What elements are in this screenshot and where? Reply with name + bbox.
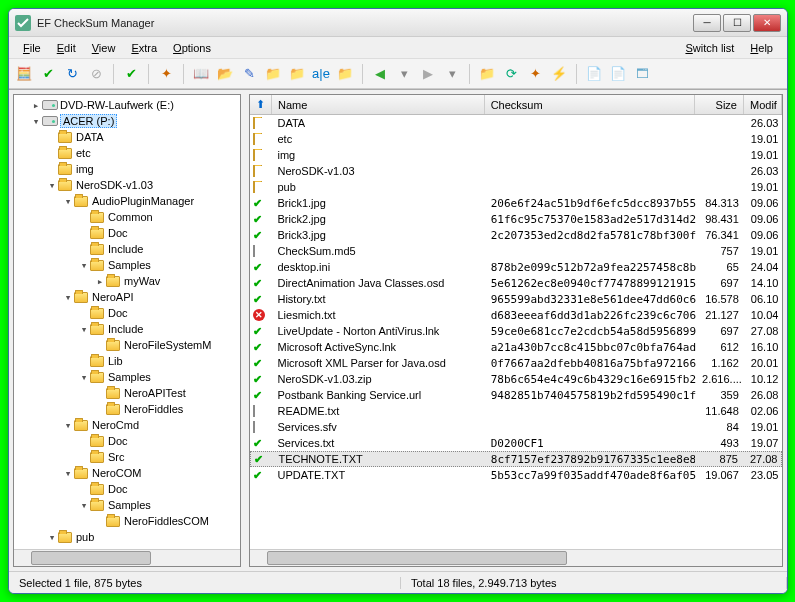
tree-twisty-icon[interactable]: ▾ <box>30 115 42 128</box>
tree-item[interactable]: Doc <box>16 433 238 449</box>
folder-x-icon[interactable]: 📁 <box>334 63 356 85</box>
fwd-drop-icon[interactable]: ▾ <box>441 63 463 85</box>
tree-item[interactable]: ▸DVD-RW-Laufwerk (E:) <box>16 97 238 113</box>
column-name[interactable]: Name <box>272 95 485 114</box>
menu-options[interactable]: Options <box>165 40 219 56</box>
file-row[interactable]: ✔desktop.ini878b2e099c512b72a9fea2257458… <box>250 259 782 275</box>
file-row[interactable]: ✔Brick1.jpg206e6f24ac51b9df6efc5dcc8937b… <box>250 195 782 211</box>
menu-switch-list[interactable]: Switch list <box>677 40 742 56</box>
back-drop-icon[interactable]: ▾ <box>393 63 415 85</box>
file-row[interactable]: ✕Liesmich.txtd683eeeaf6dd3d1ab226fc239c6… <box>250 307 782 323</box>
tree-twisty-icon[interactable]: ▸ <box>30 99 42 112</box>
minimize-button[interactable]: ─ <box>693 14 721 32</box>
menu-extra[interactable]: Extra <box>123 40 165 56</box>
folder-add-icon[interactable]: 📁 <box>262 63 284 85</box>
tree-item[interactable]: ▾NeroCOM <box>16 465 238 481</box>
close-button[interactable]: ✕ <box>753 14 781 32</box>
file-row[interactable]: ✔LiveUpdate - Norton AntiVirus.lnk59ce0e… <box>250 323 782 339</box>
tree-item[interactable]: ▾AudioPluginManager <box>16 193 238 209</box>
file-row[interactable]: DATA26.03 <box>250 115 782 131</box>
file-row[interactable]: ✔Brick2.jpg61f6c95c75370e1583ad2e517d314… <box>250 211 782 227</box>
tree-twisty-icon[interactable]: ▸ <box>94 275 106 288</box>
tree-item[interactable]: ▾Samples <box>16 497 238 513</box>
tree-item[interactable]: ▾Samples <box>16 369 238 385</box>
tree-twisty-icon[interactable]: ▾ <box>62 419 74 432</box>
list-scrollbar[interactable] <box>250 549 782 566</box>
tree-twisty-icon[interactable]: ▾ <box>46 531 58 544</box>
tree-item[interactable]: img <box>16 161 238 177</box>
tree-twisty-icon[interactable]: ▾ <box>78 259 90 272</box>
props-icon[interactable]: 🗔 <box>631 63 653 85</box>
column-up[interactable]: ⬆ <box>250 95 272 114</box>
file-list[interactable]: DATA26.03etc19.01img19.01NeroSDK-v1.0326… <box>250 115 782 549</box>
file-row[interactable]: img19.01 <box>250 147 782 163</box>
folder-tree[interactable]: ▸DVD-RW-Laufwerk (E:)▾ACER (P:)DATAetcim… <box>14 95 240 549</box>
explorer-icon[interactable]: 📁 <box>476 63 498 85</box>
file-row[interactable]: ✔NeroSDK-v1.03.zip78b6c654e4c49c6b4329c1… <box>250 371 782 387</box>
tree-twisty-icon[interactable]: ▾ <box>62 291 74 304</box>
tree-twisty-icon[interactable]: ▾ <box>78 323 90 336</box>
file-row[interactable]: etc19.01 <box>250 131 782 147</box>
file-row[interactable]: CheckSum.md575719.01 <box>250 243 782 259</box>
tree-item[interactable]: Doc <box>16 305 238 321</box>
file-row[interactable]: ✔Postbank Banking Service.url9482851b740… <box>250 387 782 403</box>
refresh2-icon[interactable]: ⟳ <box>500 63 522 85</box>
file-row[interactable]: ✔Services.txtD0200CF149319.07 <box>250 435 782 451</box>
stop-icon[interactable]: ⊘ <box>85 63 107 85</box>
back-icon[interactable]: ◀ <box>369 63 391 85</box>
tree-twisty-icon[interactable]: ▾ <box>46 179 58 192</box>
tree-item[interactable]: Common <box>16 209 238 225</box>
edit-icon[interactable]: ✎ <box>238 63 260 85</box>
tree-item[interactable]: NeroFiddles <box>16 401 238 417</box>
file-row[interactable]: README.txt11.64802.06 <box>250 403 782 419</box>
tree-item[interactable]: Lib <box>16 353 238 369</box>
db-icon[interactable]: 🧮 <box>13 63 35 85</box>
file-row[interactable]: NeroSDK-v1.0326.03 <box>250 163 782 179</box>
refresh-icon[interactable]: ↻ <box>61 63 83 85</box>
file-row[interactable]: ✔UPDATE.TXT5b53cc7a99f035addf470ade8f6af… <box>250 467 782 483</box>
tree-item[interactable]: ▾ACER (P:) <box>16 113 238 129</box>
column-size[interactable]: Size <box>695 95 744 114</box>
file-row[interactable]: pub19.01 <box>250 179 782 195</box>
column-modif[interactable]: Modif <box>744 95 782 114</box>
menu-view[interactable]: View <box>84 40 124 56</box>
menu-file[interactable]: File <box>15 40 49 56</box>
rename-icon[interactable]: a|e <box>310 63 332 85</box>
tree-item[interactable]: Doc <box>16 225 238 241</box>
tree-twisty-icon[interactable]: ▾ <box>78 371 90 384</box>
tree-item[interactable]: ▾NeroAPI <box>16 289 238 305</box>
file-row[interactable]: Services.sfv8419.01 <box>250 419 782 435</box>
menu-edit[interactable]: Edit <box>49 40 84 56</box>
file-row[interactable]: ✔Brick3.jpg2c207353ed2cd8d2fa5781c78bf30… <box>250 227 782 243</box>
tree-twisty-icon[interactable]: ▾ <box>78 499 90 512</box>
file-row[interactable]: ✔TECHNOTE.TXT8cf7157ef237892b91767335c1e… <box>250 451 782 467</box>
file-row[interactable]: ✔History.txt965599abd32331e8e561dee47dd6… <box>250 291 782 307</box>
tree-item[interactable]: etc <box>16 145 238 161</box>
file-row[interactable]: ✔Microsoft ActiveSync.lnka21a430b7cc8c41… <box>250 339 782 355</box>
check-all-icon[interactable]: ✔ <box>37 63 59 85</box>
titlebar[interactable]: EF CheckSum Manager ─ ☐ ✕ <box>9 9 787 37</box>
tree-item[interactable]: ▾NeroCmd <box>16 417 238 433</box>
file-row[interactable]: ✔Microsoft XML Parser for Java.osd0f7667… <box>250 355 782 371</box>
file-row[interactable]: ✔DirectAnimation Java Classes.osd5e61262… <box>250 275 782 291</box>
tree-twisty-icon[interactable]: ▾ <box>62 195 74 208</box>
tree-item[interactable]: Src <box>16 449 238 465</box>
menu-help[interactable]: Help <box>742 40 781 56</box>
tree-item[interactable]: ▾NeroSDK-v1.03 <box>16 177 238 193</box>
tree-item[interactable]: ▾Include <box>16 321 238 337</box>
tree-item[interactable]: NeroFiddlesCOM <box>16 513 238 529</box>
bolt-icon[interactable]: ⚡ <box>548 63 570 85</box>
tree-item[interactable]: NeroFileSystemM <box>16 337 238 353</box>
tree-item[interactable]: Doc <box>16 481 238 497</box>
tree-item[interactable]: ▾pub <box>16 529 238 545</box>
tree-item[interactable]: ▾Samples <box>16 257 238 273</box>
maximize-button[interactable]: ☐ <box>723 14 751 32</box>
list-header[interactable]: ⬆NameChecksumSizeModif <box>250 95 782 115</box>
wand-icon[interactable]: ✦ <box>524 63 546 85</box>
fwd-icon[interactable]: ▶ <box>417 63 439 85</box>
tree-item[interactable]: ▸myWav <box>16 273 238 289</box>
tree-scrollbar[interactable] <box>14 549 240 566</box>
tree-item[interactable]: NeroAPITest <box>16 385 238 401</box>
tree-item[interactable]: DATA <box>16 129 238 145</box>
tree-twisty-icon[interactable]: ▾ <box>62 467 74 480</box>
